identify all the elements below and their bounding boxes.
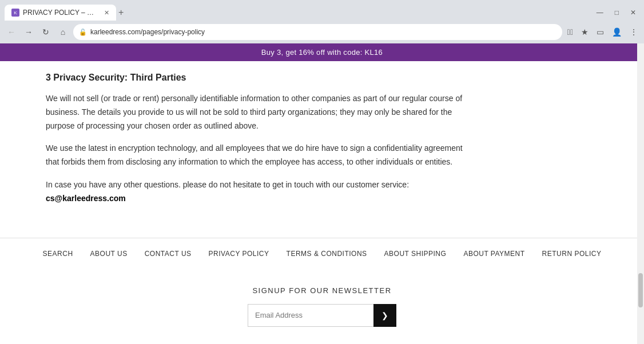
menu-icon[interactable]: ⋮ xyxy=(628,26,639,38)
footer-link-shipping[interactable]: ABOUT SHIPPING xyxy=(384,250,447,258)
secure-icon: 🔓 xyxy=(79,29,87,36)
announcement-bar: Buy 3, get 16% off with code: KL16 xyxy=(0,43,644,61)
newsletter-section: SIGNUP FOR OUR NEWSLETTER ❯ xyxy=(0,269,644,338)
tab-title: PRIVACY POLICY – Karleedress xyxy=(23,9,97,17)
submit-arrow-icon: ❯ xyxy=(381,311,388,320)
paragraph-1: We will not sell (or trade or rent) pers… xyxy=(46,92,469,133)
address-bar[interactable]: 🔓 karleedress.com/pages/privacy-policy xyxy=(73,24,562,40)
announcement-text: Buy 3, get 16% off with code: KL16 xyxy=(261,48,383,57)
browser-tab[interactable]: K PRIVACY POLICY – Karleedress ✕ xyxy=(5,5,116,21)
newsletter-submit-button[interactable]: ❯ xyxy=(373,304,396,327)
copyright-section: © 2024 Karleedress. xyxy=(0,338,644,344)
back-button[interactable]: ← xyxy=(5,25,18,39)
scrollbar[interactable] xyxy=(637,43,644,344)
newsletter-title: SIGNUP FOR OUR NEWSLETTER xyxy=(0,286,644,295)
footer-link-return[interactable]: RETURN POLICY xyxy=(542,250,602,258)
bookmark-icon[interactable]: ★ xyxy=(579,26,590,38)
forward-button[interactable]: → xyxy=(22,25,35,39)
footer-link-payment[interactable]: ABOUT PAYMENT xyxy=(463,250,524,258)
paragraph-3-prefix: In case you have any other questions. pl… xyxy=(46,180,409,189)
main-content: 3 Privacy Security: Third Parties We wil… xyxy=(0,61,515,238)
newsletter-form: ❯ xyxy=(0,304,644,327)
eye-slash-icon[interactable]: 👁̸ xyxy=(566,26,575,38)
home-button[interactable]: ⌂ xyxy=(56,25,70,39)
new-tab-button[interactable]: + xyxy=(118,7,124,18)
email-input[interactable] xyxy=(248,304,373,327)
minimize-button[interactable]: — xyxy=(593,7,607,18)
footer-link-search[interactable]: Search xyxy=(43,250,73,258)
tab-close-button[interactable]: ✕ xyxy=(104,9,109,17)
section-heading: 3 Privacy Security: Third Parties xyxy=(46,73,469,83)
paragraph-2: We use the latest in encryption technolo… xyxy=(46,142,469,169)
reload-button[interactable]: ↻ xyxy=(39,25,53,39)
url-text: karleedress.com/pages/privacy-policy xyxy=(90,28,205,36)
maximize-button[interactable]: □ xyxy=(611,7,622,18)
footer-link-contact-us[interactable]: CONTACT US xyxy=(145,250,192,258)
tab-favicon: K xyxy=(11,9,19,17)
footer-link-privacy-policy[interactable]: PRIVACY POLICY xyxy=(209,250,269,258)
close-window-button[interactable]: ✕ xyxy=(627,7,639,18)
footer-link-terms[interactable]: TERMS & CONDITIONS xyxy=(287,250,367,258)
footer-link-about-us[interactable]: ABOUT US xyxy=(90,250,128,258)
email-link[interactable]: cs@karleedress.com xyxy=(46,194,126,203)
footer-nav: Search ABOUT US CONTACT US PRIVACY POLIC… xyxy=(0,238,644,269)
scrollbar-thumb[interactable] xyxy=(638,273,643,307)
profile-icon[interactable]: 👤 xyxy=(610,26,623,38)
paragraph-3: In case you have any other questions. pl… xyxy=(46,178,469,206)
extensions-icon[interactable]: ▭ xyxy=(595,26,606,38)
